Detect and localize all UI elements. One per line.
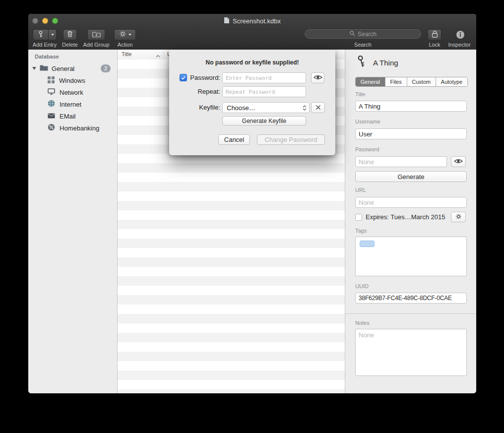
minimize-window-button[interactable] (42, 18, 48, 24)
sidebar-item-label: Network (60, 89, 83, 96)
uuid-field-label: UUID (355, 283, 369, 289)
title-field[interactable] (355, 101, 467, 112)
tags-field[interactable] (355, 237, 467, 276)
chevron-down-icon (128, 34, 131, 36)
expires-checkbox[interactable] (355, 214, 362, 221)
disclosure-triangle-icon[interactable] (32, 67, 36, 70)
sidebar-item-windows[interactable]: Windows (28, 74, 117, 86)
sidebar-section-header: Database (35, 54, 59, 60)
sidebar-item-internet[interactable]: Internet (28, 98, 117, 110)
delete-button[interactable] (63, 29, 77, 40)
sidebar-item-label: General (52, 65, 74, 72)
close-icon (315, 104, 321, 112)
tab-files[interactable]: Files (385, 77, 407, 86)
generate-keyfile-button[interactable]: Generate Keyfile (222, 116, 306, 125)
dialog-password-input[interactable] (222, 72, 306, 83)
document-icon (224, 17, 230, 25)
search-icon (349, 30, 355, 38)
username-field[interactable] (355, 128, 467, 139)
change-password-dialog: No password or keyfile supplied! Passwor… (169, 50, 335, 155)
sidebar-item-label: EMail (60, 113, 76, 120)
action-label: Action (111, 42, 139, 48)
change-password-button[interactable]: Change Password (257, 134, 325, 145)
chevron-down-icon (51, 34, 54, 36)
sidebar-item-email[interactable]: EMail (28, 110, 117, 122)
checkmark-icon (181, 76, 186, 80)
password-field-label: Password (355, 146, 379, 152)
key-icon (355, 54, 368, 71)
tab-custom[interactable]: Custom (407, 77, 436, 86)
macpass-window: Screenshot.kdbx Add Entry Delete Add Gro… (28, 14, 476, 393)
inspector-toggle-button[interactable] (455, 30, 465, 40)
clear-keyfile-button[interactable] (311, 102, 325, 113)
notes-field[interactable] (355, 329, 467, 376)
globe-icon (48, 100, 55, 109)
sidebar: Database General 2 Windows Network (28, 50, 118, 393)
sidebar-item-label: Windows (59, 77, 85, 84)
add-entry-button[interactable] (33, 29, 49, 40)
sidebar-item-label: Internet (60, 101, 81, 108)
windows-icon (48, 76, 55, 85)
trash-icon (66, 30, 73, 39)
dialog-repeat-input[interactable] (222, 86, 306, 97)
keyfile-dropdown[interactable]: Choose… (222, 102, 310, 113)
column-divider[interactable] (164, 51, 164, 59)
envelope-icon (48, 113, 55, 120)
sidebar-item-general[interactable]: General 2 (28, 62, 117, 74)
inspector-divider (345, 313, 476, 314)
dialog-reveal-password-button[interactable] (311, 72, 324, 83)
titlebar[interactable]: Screenshot.kdbx (28, 14, 476, 28)
eye-icon (454, 158, 463, 166)
cancel-button[interactable]: Cancel (218, 134, 250, 145)
window-title-group: Screenshot.kdbx (224, 17, 281, 25)
dialog-repeat-label: Repeat: (188, 88, 220, 95)
tab-general[interactable]: General (356, 77, 385, 86)
notes-field-label: Notes (355, 320, 370, 326)
sidebar-item-network[interactable]: Network (28, 86, 117, 98)
zoom-window-button[interactable] (52, 18, 58, 24)
url-field[interactable] (355, 197, 467, 208)
search-input[interactable]: Search (305, 29, 421, 39)
password-checkbox[interactable] (180, 74, 187, 81)
gear-icon (455, 213, 462, 221)
dialog-keyfile-label: Keyfile: (188, 104, 220, 111)
monitor-icon (48, 88, 55, 96)
lock-button[interactable] (428, 29, 441, 40)
key-plus-icon (37, 30, 45, 40)
inspector-label: Inspector (443, 42, 476, 48)
add-entry-dropdown-button[interactable] (49, 29, 57, 40)
dialog-message: No password or keyfile supplied! (169, 59, 335, 66)
expires-label: Expires: Tues…March 2015 (366, 213, 445, 221)
folder-plus-icon (92, 31, 101, 39)
dialog-password-label: Password: (188, 74, 220, 81)
expires-settings-button[interactable] (451, 212, 466, 222)
entry-title: A Thing (373, 59, 398, 67)
toolbar: Add Entry Delete Add Group Action Search (28, 28, 476, 50)
entry-header: A Thing (357, 54, 398, 71)
uuid-field[interactable] (355, 293, 467, 304)
info-icon (456, 33, 465, 41)
tag-token[interactable] (360, 241, 375, 247)
title-field-label: Title (355, 91, 365, 97)
tab-autotype[interactable]: Autotype (436, 77, 467, 86)
lock-label: Lock (424, 42, 445, 48)
column-header-title[interactable]: Title (122, 51, 131, 57)
lock-icon (432, 30, 438, 39)
reveal-password-button[interactable] (451, 156, 466, 167)
username-field-label: Username (355, 119, 380, 124)
url-field-label: URL (355, 187, 366, 193)
entry-count-badge: 2 (101, 64, 111, 72)
search-placeholder: Search (358, 31, 377, 38)
generate-password-button[interactable]: Generate (355, 171, 467, 182)
add-group-button[interactable] (87, 29, 105, 40)
sort-ascending-icon (156, 53, 160, 59)
password-field[interactable] (355, 156, 447, 167)
sidebar-item-homebanking[interactable]: Homebanking (28, 122, 117, 134)
action-button[interactable] (114, 29, 136, 40)
tags-field-label: Tags (355, 228, 367, 234)
close-window-button[interactable] (32, 18, 38, 24)
search-label: Search (305, 42, 421, 48)
stepper-icon (303, 105, 307, 111)
inspector-panel: A Thing General Files Custom Autotype Ti… (345, 50, 476, 393)
inspector-tabs: General Files Custom Autotype (355, 77, 468, 87)
